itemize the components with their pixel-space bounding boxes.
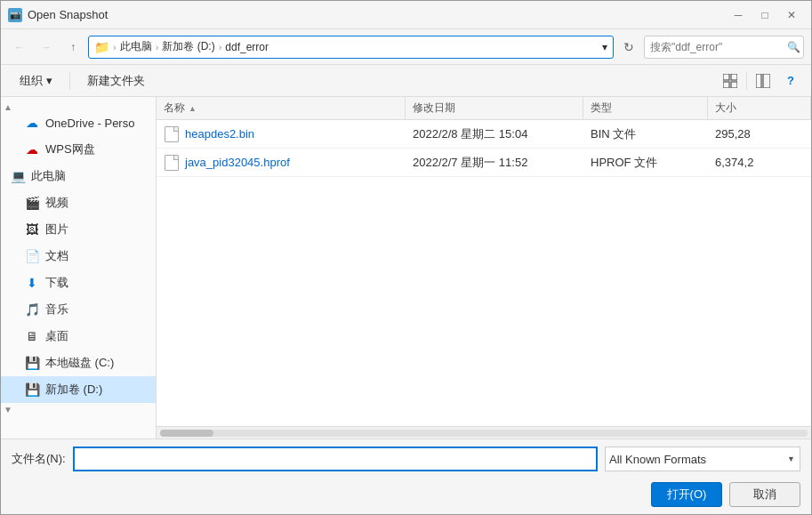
table-row[interactable]: java_pid32045.hprof 2022/2/7 星期一 11:52 H… <box>157 149 811 177</box>
sidebar-scroll-down[interactable]: ▼ <box>1 403 15 412</box>
scroll-thumb[interactable] <box>160 430 213 437</box>
cancel-button[interactable]: 取消 <box>729 482 800 507</box>
file-name-cell: heapdes2.bin <box>157 126 406 142</box>
filename-row: 文件名(N): All Known Formats All Files (*.*… <box>1 439 811 479</box>
sidebar-item-label: 音乐 <box>45 302 68 318</box>
col-header-date[interactable]: 修改日期 <box>406 97 583 119</box>
forward-button[interactable]: → <box>35 36 58 59</box>
col-header-size[interactable]: 大小 <box>708 97 811 119</box>
sidebar-item-music[interactable]: 🎵 音乐 <box>1 296 156 323</box>
maximize-button[interactable]: □ <box>752 4 777 26</box>
bottom-bar: 文件名(N): All Known Formats All Files (*.*… <box>1 439 811 514</box>
breadcrumb-folder[interactable]: ddf_error <box>225 41 269 53</box>
pictures-icon: 🖼 <box>24 221 40 237</box>
sidebar-item-label: WPS网盘 <box>45 141 95 157</box>
sidebar-item-desktop[interactable]: 🖥 桌面 <box>1 323 156 350</box>
sidebar-item-label: 本地磁盘 (C:) <box>45 355 114 371</box>
breadcrumb-sep: › <box>156 42 159 52</box>
window-controls: ─ □ ✕ <box>726 4 804 26</box>
toolbar: 组织 ▾ 新建文件夹 ? <box>1 65 811 97</box>
search-wrap: 🔍 <box>644 36 804 59</box>
sidebar-item-label: 图片 <box>45 221 68 237</box>
video-icon: 🎬 <box>24 195 40 211</box>
format-dropdown-wrap: All Known Formats All Files (*.*) <box>605 447 800 471</box>
sidebar-item-docs[interactable]: 📄 文档 <box>1 243 156 270</box>
sidebar-item-wps[interactable]: ☁ WPS网盘 <box>1 136 156 163</box>
file-list-body: heapdes2.bin 2022/2/8 星期二 15:04 BIN 文件 2… <box>157 120 811 426</box>
sidebar-item-label: 桌面 <box>45 328 68 344</box>
panel-button[interactable] <box>751 69 776 93</box>
file-date-cell: 2022/2/7 星期一 11:52 <box>406 155 583 171</box>
table-row[interactable]: heapdes2.bin 2022/2/8 星期二 15:04 BIN 文件 2… <box>157 120 811 149</box>
file-list-header: 名称 ▲ 修改日期 类型 大小 <box>157 97 811 120</box>
file-icon <box>164 155 180 171</box>
sidebar-item-video[interactable]: 🎬 视频 <box>1 189 156 216</box>
sort-arrow: ▲ <box>189 104 197 113</box>
search-input[interactable] <box>644 36 804 59</box>
sidebar-item-onedrive[interactable]: ☁ OneDrive - Perso <box>1 109 156 136</box>
file-icon <box>164 126 180 142</box>
format-dropdown[interactable]: All Known Formats All Files (*.*) <box>605 447 800 471</box>
breadcrumb-drive[interactable]: 新加卷 (D:) <box>162 39 214 54</box>
back-button[interactable]: ← <box>8 36 31 59</box>
music-icon: 🎵 <box>24 302 40 318</box>
window-title: Open Snapshot <box>28 8 726 21</box>
sidebar-item-local-d[interactable]: 💾 新加卷 (D:) <box>1 376 156 403</box>
minimize-button[interactable]: ─ <box>726 4 751 26</box>
svg-rect-1 <box>731 74 737 80</box>
sidebar-item-local-c[interactable]: 💾 本地磁盘 (C:) <box>1 350 156 376</box>
col-header-type[interactable]: 类型 <box>583 97 708 119</box>
help-button[interactable]: ? <box>779 69 802 93</box>
file-date-cell: 2022/2/8 星期二 15:04 <box>406 126 583 142</box>
file-name-cell: java_pid32045.hprof <box>157 155 406 171</box>
filename-input[interactable] <box>73 447 598 471</box>
breadcrumb-item: 📁 <box>94 40 109 54</box>
address-bar: ← → ↑ 📁 › 此电脑 › 新加卷 (D:) › ddf_error ▾ ↻… <box>1 29 811 65</box>
sidebar-item-this-pc[interactable]: 💻 此电脑 <box>1 163 156 189</box>
breadcrumb-dropdown[interactable]: ▾ <box>602 41 607 53</box>
breadcrumb[interactable]: 📁 › 此电脑 › 新加卷 (D:) › ddf_error ▾ <box>88 36 614 59</box>
file-size-cell: 295,28 <box>708 127 811 141</box>
sidebar-item-label: 文档 <box>45 248 68 264</box>
file-name: java_pid32045.hprof <box>185 156 290 169</box>
sidebar-item-pictures[interactable]: 🖼 图片 <box>1 216 156 243</box>
sidebar-item-label: 新加卷 (D:) <box>45 382 102 398</box>
sidebar-item-downloads[interactable]: ⬇ 下载 <box>1 270 156 296</box>
svg-rect-4 <box>756 74 761 88</box>
svg-rect-3 <box>731 82 737 88</box>
file-list: 名称 ▲ 修改日期 类型 大小 <box>157 97 811 439</box>
sidebar-item-label: 视频 <box>45 195 68 211</box>
local-d-icon: 💾 <box>24 382 40 398</box>
sidebar: ▲ ☁ OneDrive - Perso ☁ WPS网盘 💻 此电脑 🎬 视频 … <box>1 97 157 439</box>
sidebar-item-label: 下载 <box>45 275 68 291</box>
title-bar: 📷 Open Snapshot ─ □ ✕ <box>1 1 811 29</box>
new-folder-button[interactable]: 新建文件夹 <box>77 68 155 93</box>
sidebar-item-label: OneDrive - Perso <box>45 117 134 130</box>
desktop-icon: 🖥 <box>24 328 40 344</box>
open-snapshot-dialog: 📷 Open Snapshot ─ □ ✕ ← → ↑ 📁 › 此电脑 › 新加… <box>0 0 812 515</box>
docs-icon: 📄 <box>24 248 40 264</box>
up-button[interactable]: ↑ <box>61 36 84 59</box>
breadcrumb-sep: › <box>113 42 117 52</box>
open-button[interactable]: 打开(O) <box>651 482 722 507</box>
app-icon: 📷 <box>8 8 22 22</box>
view-button[interactable] <box>718 69 743 93</box>
search-icon-button[interactable]: 🔍 <box>787 41 800 53</box>
filename-label: 文件名(N): <box>12 451 66 467</box>
this-pc-icon: 💻 <box>10 168 26 184</box>
svg-rect-0 <box>723 74 729 80</box>
close-button[interactable]: ✕ <box>779 4 804 26</box>
organize-button[interactable]: 组织 ▾ <box>10 68 62 93</box>
content-area: ▲ ☁ OneDrive - Perso ☁ WPS网盘 💻 此电脑 🎬 视频 … <box>1 97 811 439</box>
onedrive-icon: ☁ <box>24 115 40 131</box>
refresh-button[interactable]: ↻ <box>617 36 640 59</box>
toolbar-separator <box>69 72 70 90</box>
svg-rect-5 <box>763 74 770 88</box>
local-c-icon: 💾 <box>24 355 40 371</box>
breadcrumb-this-pc[interactable]: 此电脑 <box>120 39 152 54</box>
sidebar-scroll-up[interactable]: ▲ <box>1 101 15 109</box>
svg-rect-2 <box>723 82 729 88</box>
toolbar-sep2 <box>746 72 747 90</box>
col-header-name[interactable]: 名称 ▲ <box>157 97 406 119</box>
horizontal-scrollbar[interactable] <box>157 426 811 439</box>
